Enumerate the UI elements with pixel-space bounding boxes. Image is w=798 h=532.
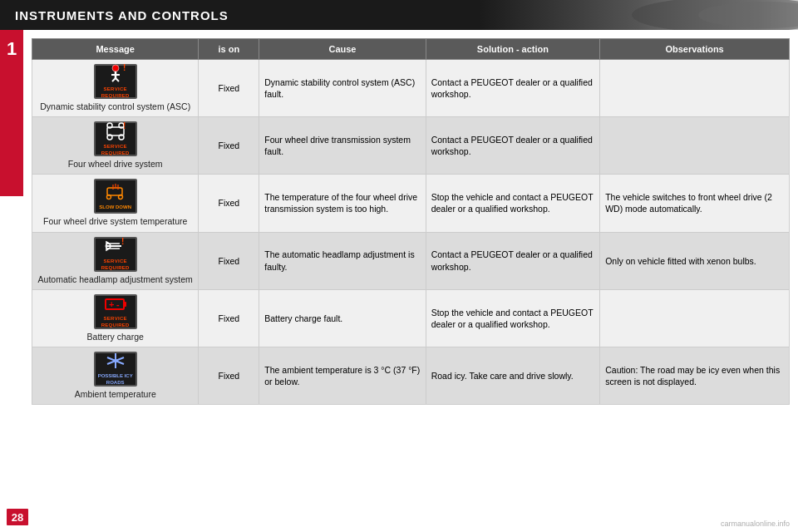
warning-icon-person_warning: ! (103, 64, 128, 85)
message-cell: ! SERVICEREQUIRED Dynamic stability cont… (32, 60, 199, 117)
chapter-number: 1 (7, 38, 17, 60)
warning-icon-headlamp: ! (103, 237, 128, 258)
is-on-cell: Fixed (199, 117, 259, 175)
svg-rect-14 (107, 188, 122, 195)
col-header-cause: Cause (259, 39, 426, 60)
cause-cell: The temperature of the four wheel drive … (259, 175, 426, 232)
solution-cell: Stop the vehicle and contact a PEUGEOT d… (426, 175, 600, 232)
table-row: ! SERVICEREQUIRED Four wheel drive syste… (32, 117, 790, 175)
warning-icon-four_wheel_temp (103, 183, 128, 204)
chapter-number-tab: 1 (0, 30, 23, 196)
is-on-cell: Fixed (199, 232, 259, 289)
page-number: 28 (7, 509, 28, 525)
message-text: Ambient temperature (75, 388, 156, 400)
warning-icon-battery: + - (103, 294, 128, 315)
warning-table: Message is on Cause Solution - action Ob… (32, 38, 790, 405)
icon-cell: + - SERVICEREQUIRED Battery charge (37, 294, 193, 342)
warning-icon-box: ! SERVICEREQUIRED (94, 64, 137, 99)
is-on-cell: Fixed (199, 60, 259, 117)
col-header-message: Message (32, 39, 199, 60)
message-text: Battery charge (87, 331, 144, 342)
warning-icon-box: SLOW DOWN (94, 179, 137, 214)
is-on-cell: Fixed (199, 347, 259, 404)
svg-text:!: ! (121, 237, 124, 246)
message-text: Four wheel drive system (68, 158, 163, 170)
message-cell: + - SERVICEREQUIRED Battery charge (32, 289, 199, 347)
solution-cell: Contact a PEUGEOT dealer or a qualified … (426, 232, 600, 289)
main-content: Message is on Cause Solution - action Ob… (23, 30, 798, 409)
message-cell: POSSIBLE ICYROADS Ambient temperature (32, 347, 199, 404)
warning-icon-four_wheel: ! (103, 122, 128, 143)
solution-cell: Contact a PEUGEOT dealer or a qualified … (426, 60, 600, 117)
header-bar: INSTRUMENTS and CONTROLS (0, 0, 798, 30)
cause-cell: The ambient temperature is 3 °C (37 °F) … (259, 347, 426, 404)
header-decoration (549, 0, 798, 30)
col-header-solution: Solution - action (426, 39, 600, 60)
svg-rect-23 (124, 302, 126, 307)
svg-text:!: ! (123, 122, 126, 131)
svg-line-5 (112, 78, 116, 81)
observations-cell (600, 289, 790, 347)
warning-icon-box: ! SERVICEREQUIRED (94, 121, 137, 156)
svg-text:-: - (116, 299, 120, 309)
icon-cell: ! SERVICEREQUIRED Automatic headlamp adj… (37, 237, 193, 285)
is-on-cell: Fixed (199, 175, 259, 232)
page-title: INSTRUMENTS and CONTROLS (15, 8, 229, 22)
table-row: ! SERVICEREQUIRED Automatic headlamp adj… (32, 232, 790, 289)
cause-cell: Dynamic stability control system (ASC) f… (259, 60, 426, 117)
cause-cell: The automatic headlamp adjustment is fau… (259, 232, 426, 289)
icon-cell: SLOW DOWN Four wheel drive system temper… (37, 179, 193, 227)
svg-point-29 (114, 359, 117, 362)
observations-cell (600, 117, 790, 175)
table-row: POSSIBLE ICYROADS Ambient temperature Fi… (32, 347, 790, 404)
solution-cell: Road icy. Take care and drive slowly. (426, 347, 600, 404)
message-text: Four wheel drive system temperature (43, 215, 187, 227)
observations-cell (600, 60, 790, 117)
watermark: carmanualonline.info (721, 520, 790, 528)
message-cell: SLOW DOWN Four wheel drive system temper… (32, 175, 199, 232)
solution-cell: Contact a PEUGEOT dealer or a qualified … (426, 117, 600, 175)
table-row: + - SERVICEREQUIRED Battery charge Fixed… (32, 289, 790, 347)
message-text: Dynamic stability control system (ASC) (40, 101, 190, 112)
svg-text:!: ! (123, 64, 126, 72)
cause-cell: Battery charge fault. (259, 289, 426, 347)
col-header-obs: Observations (600, 39, 790, 60)
observations-cell: Caution: The road may be icy even when t… (600, 347, 790, 404)
message-cell: ! SERVICEREQUIRED Automatic headlamp adj… (32, 232, 199, 289)
cause-cell: Four wheel drive transmission system fau… (259, 117, 426, 175)
icon-cell: ! SERVICEREQUIRED Four wheel drive syste… (37, 121, 193, 170)
message-text: Automatic headlamp adjustment system (38, 273, 193, 285)
is-on-cell: Fixed (199, 289, 259, 347)
solution-cell: Stop the vehicle and contact a PEUGEOT d… (426, 289, 600, 347)
message-cell: ! SERVICEREQUIRED Four wheel drive syste… (32, 117, 199, 175)
table-row: ! SERVICEREQUIRED Dynamic stability cont… (32, 60, 790, 117)
icon-cell: POSSIBLE ICYROADS Ambient temperature (37, 352, 193, 400)
warning-icon-snowflake (103, 352, 128, 372)
observations-cell: The vehicle switches to front wheel driv… (600, 175, 790, 232)
warning-icon-box: + - SERVICEREQUIRED (94, 294, 137, 329)
svg-point-15 (106, 195, 111, 199)
observations-cell: Only on vehicle fitted with xenon bulbs. (600, 232, 790, 289)
svg-text:+: + (109, 299, 114, 309)
col-header-ison: is on (199, 39, 259, 60)
warning-icon-box: ! SERVICEREQUIRED (94, 237, 137, 272)
table-row: SLOW DOWN Four wheel drive system temper… (32, 175, 790, 232)
warning-icon-box: POSSIBLE ICYROADS (94, 352, 137, 387)
icon-cell: ! SERVICEREQUIRED Dynamic stability cont… (37, 64, 193, 112)
svg-line-6 (116, 78, 119, 81)
svg-point-2 (112, 65, 119, 71)
svg-point-16 (118, 195, 122, 199)
